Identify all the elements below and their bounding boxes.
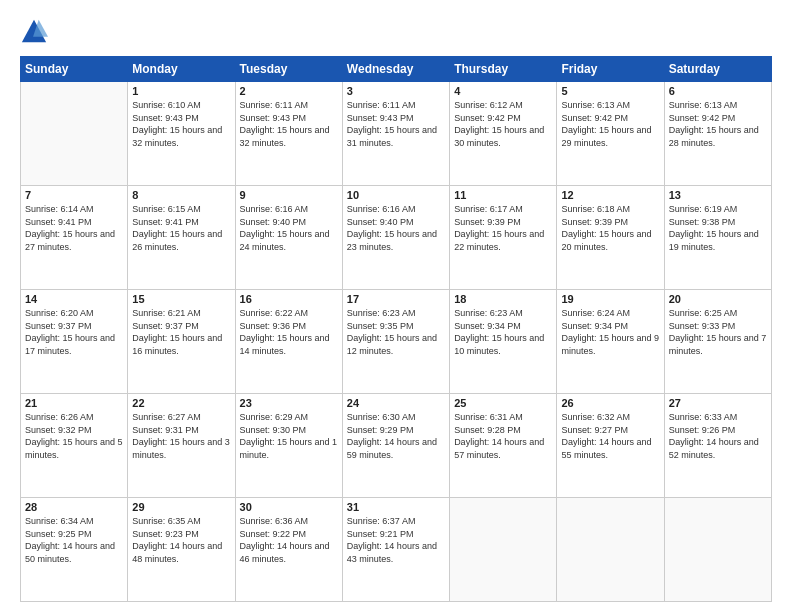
day-info: Sunrise: 6:27 AM Sunset: 9:31 PM Dayligh…: [132, 411, 230, 461]
day-info: Sunrise: 6:10 AM Sunset: 9:43 PM Dayligh…: [132, 99, 230, 149]
day-cell: 27Sunrise: 6:33 AM Sunset: 9:26 PM Dayli…: [664, 394, 771, 498]
day-number: 17: [347, 293, 445, 305]
day-number: 16: [240, 293, 338, 305]
day-number: 11: [454, 189, 552, 201]
day-info: Sunrise: 6:31 AM Sunset: 9:28 PM Dayligh…: [454, 411, 552, 461]
day-number: 25: [454, 397, 552, 409]
day-cell: [21, 82, 128, 186]
day-number: 26: [561, 397, 659, 409]
day-cell: 8Sunrise: 6:15 AM Sunset: 9:41 PM Daylig…: [128, 186, 235, 290]
day-info: Sunrise: 6:20 AM Sunset: 9:37 PM Dayligh…: [25, 307, 123, 357]
day-info: Sunrise: 6:32 AM Sunset: 9:27 PM Dayligh…: [561, 411, 659, 461]
day-info: Sunrise: 6:26 AM Sunset: 9:32 PM Dayligh…: [25, 411, 123, 461]
day-cell: 9Sunrise: 6:16 AM Sunset: 9:40 PM Daylig…: [235, 186, 342, 290]
header-cell-monday: Monday: [128, 57, 235, 82]
day-info: Sunrise: 6:13 AM Sunset: 9:42 PM Dayligh…: [561, 99, 659, 149]
day-cell: 11Sunrise: 6:17 AM Sunset: 9:39 PM Dayli…: [450, 186, 557, 290]
day-number: 20: [669, 293, 767, 305]
day-cell: 13Sunrise: 6:19 AM Sunset: 9:38 PM Dayli…: [664, 186, 771, 290]
day-cell: [557, 498, 664, 602]
day-info: Sunrise: 6:13 AM Sunset: 9:42 PM Dayligh…: [669, 99, 767, 149]
day-cell: 12Sunrise: 6:18 AM Sunset: 9:39 PM Dayli…: [557, 186, 664, 290]
day-number: 10: [347, 189, 445, 201]
day-number: 8: [132, 189, 230, 201]
day-info: Sunrise: 6:17 AM Sunset: 9:39 PM Dayligh…: [454, 203, 552, 253]
day-cell: 5Sunrise: 6:13 AM Sunset: 9:42 PM Daylig…: [557, 82, 664, 186]
day-number: 15: [132, 293, 230, 305]
day-number: 14: [25, 293, 123, 305]
day-info: Sunrise: 6:18 AM Sunset: 9:39 PM Dayligh…: [561, 203, 659, 253]
day-cell: 17Sunrise: 6:23 AM Sunset: 9:35 PM Dayli…: [342, 290, 449, 394]
day-number: 13: [669, 189, 767, 201]
day-info: Sunrise: 6:21 AM Sunset: 9:37 PM Dayligh…: [132, 307, 230, 357]
day-number: 3: [347, 85, 445, 97]
day-info: Sunrise: 6:16 AM Sunset: 9:40 PM Dayligh…: [240, 203, 338, 253]
day-cell: 7Sunrise: 6:14 AM Sunset: 9:41 PM Daylig…: [21, 186, 128, 290]
day-number: 19: [561, 293, 659, 305]
day-cell: 29Sunrise: 6:35 AM Sunset: 9:23 PM Dayli…: [128, 498, 235, 602]
day-info: Sunrise: 6:30 AM Sunset: 9:29 PM Dayligh…: [347, 411, 445, 461]
day-number: 28: [25, 501, 123, 513]
header-row: SundayMondayTuesdayWednesdayThursdayFrid…: [21, 57, 772, 82]
day-number: 29: [132, 501, 230, 513]
calendar-header: SundayMondayTuesdayWednesdayThursdayFrid…: [21, 57, 772, 82]
day-cell: 19Sunrise: 6:24 AM Sunset: 9:34 PM Dayli…: [557, 290, 664, 394]
logo-icon: [20, 18, 48, 46]
day-number: 18: [454, 293, 552, 305]
day-cell: 2Sunrise: 6:11 AM Sunset: 9:43 PM Daylig…: [235, 82, 342, 186]
day-cell: [664, 498, 771, 602]
day-info: Sunrise: 6:29 AM Sunset: 9:30 PM Dayligh…: [240, 411, 338, 461]
calendar-body: 1Sunrise: 6:10 AM Sunset: 9:43 PM Daylig…: [21, 82, 772, 602]
day-info: Sunrise: 6:15 AM Sunset: 9:41 PM Dayligh…: [132, 203, 230, 253]
header-cell-sunday: Sunday: [21, 57, 128, 82]
day-info: Sunrise: 6:36 AM Sunset: 9:22 PM Dayligh…: [240, 515, 338, 565]
week-row-0: 1Sunrise: 6:10 AM Sunset: 9:43 PM Daylig…: [21, 82, 772, 186]
week-row-2: 14Sunrise: 6:20 AM Sunset: 9:37 PM Dayli…: [21, 290, 772, 394]
day-cell: 4Sunrise: 6:12 AM Sunset: 9:42 PM Daylig…: [450, 82, 557, 186]
day-cell: 18Sunrise: 6:23 AM Sunset: 9:34 PM Dayli…: [450, 290, 557, 394]
day-info: Sunrise: 6:35 AM Sunset: 9:23 PM Dayligh…: [132, 515, 230, 565]
day-info: Sunrise: 6:23 AM Sunset: 9:34 PM Dayligh…: [454, 307, 552, 357]
day-info: Sunrise: 6:14 AM Sunset: 9:41 PM Dayligh…: [25, 203, 123, 253]
day-cell: 31Sunrise: 6:37 AM Sunset: 9:21 PM Dayli…: [342, 498, 449, 602]
week-row-1: 7Sunrise: 6:14 AM Sunset: 9:41 PM Daylig…: [21, 186, 772, 290]
week-row-3: 21Sunrise: 6:26 AM Sunset: 9:32 PM Dayli…: [21, 394, 772, 498]
header-cell-friday: Friday: [557, 57, 664, 82]
day-number: 22: [132, 397, 230, 409]
day-cell: 6Sunrise: 6:13 AM Sunset: 9:42 PM Daylig…: [664, 82, 771, 186]
day-number: 6: [669, 85, 767, 97]
day-number: 1: [132, 85, 230, 97]
day-cell: 14Sunrise: 6:20 AM Sunset: 9:37 PM Dayli…: [21, 290, 128, 394]
day-cell: 1Sunrise: 6:10 AM Sunset: 9:43 PM Daylig…: [128, 82, 235, 186]
day-cell: 22Sunrise: 6:27 AM Sunset: 9:31 PM Dayli…: [128, 394, 235, 498]
day-number: 31: [347, 501, 445, 513]
day-cell: 30Sunrise: 6:36 AM Sunset: 9:22 PM Dayli…: [235, 498, 342, 602]
day-cell: 16Sunrise: 6:22 AM Sunset: 9:36 PM Dayli…: [235, 290, 342, 394]
day-info: Sunrise: 6:11 AM Sunset: 9:43 PM Dayligh…: [240, 99, 338, 149]
day-info: Sunrise: 6:23 AM Sunset: 9:35 PM Dayligh…: [347, 307, 445, 357]
day-number: 30: [240, 501, 338, 513]
day-info: Sunrise: 6:37 AM Sunset: 9:21 PM Dayligh…: [347, 515, 445, 565]
day-cell: 20Sunrise: 6:25 AM Sunset: 9:33 PM Dayli…: [664, 290, 771, 394]
day-cell: 23Sunrise: 6:29 AM Sunset: 9:30 PM Dayli…: [235, 394, 342, 498]
header-cell-wednesday: Wednesday: [342, 57, 449, 82]
day-cell: 25Sunrise: 6:31 AM Sunset: 9:28 PM Dayli…: [450, 394, 557, 498]
day-info: Sunrise: 6:19 AM Sunset: 9:38 PM Dayligh…: [669, 203, 767, 253]
header-cell-thursday: Thursday: [450, 57, 557, 82]
day-cell: 21Sunrise: 6:26 AM Sunset: 9:32 PM Dayli…: [21, 394, 128, 498]
header-cell-tuesday: Tuesday: [235, 57, 342, 82]
day-info: Sunrise: 6:11 AM Sunset: 9:43 PM Dayligh…: [347, 99, 445, 149]
day-info: Sunrise: 6:12 AM Sunset: 9:42 PM Dayligh…: [454, 99, 552, 149]
day-cell: 26Sunrise: 6:32 AM Sunset: 9:27 PM Dayli…: [557, 394, 664, 498]
day-cell: 28Sunrise: 6:34 AM Sunset: 9:25 PM Dayli…: [21, 498, 128, 602]
day-info: Sunrise: 6:16 AM Sunset: 9:40 PM Dayligh…: [347, 203, 445, 253]
logo: [20, 18, 52, 46]
day-number: 9: [240, 189, 338, 201]
calendar: SundayMondayTuesdayWednesdayThursdayFrid…: [20, 56, 772, 602]
header-cell-saturday: Saturday: [664, 57, 771, 82]
day-info: Sunrise: 6:24 AM Sunset: 9:34 PM Dayligh…: [561, 307, 659, 357]
day-number: 7: [25, 189, 123, 201]
day-number: 27: [669, 397, 767, 409]
header: [20, 18, 772, 46]
day-number: 2: [240, 85, 338, 97]
